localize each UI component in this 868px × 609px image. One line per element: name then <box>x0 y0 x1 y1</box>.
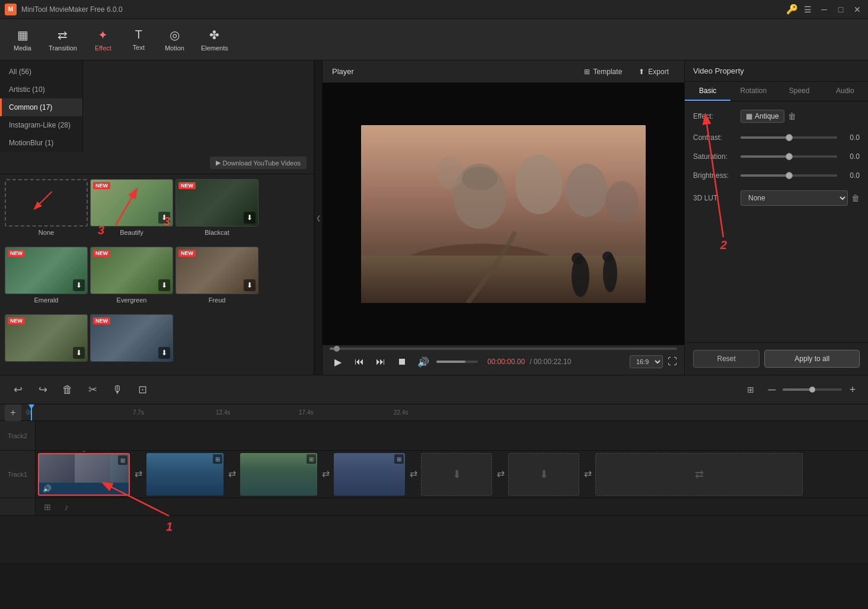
current-time: 00:00:00.00 <box>487 358 525 366</box>
tab-speed[interactable]: Speed <box>777 82 822 101</box>
contrast-thumb[interactable] <box>786 134 793 141</box>
effect-freud[interactable]: NEW ⬇ Freud <box>175 247 259 310</box>
delete-lut-icon[interactable]: 🗑 <box>851 193 860 203</box>
zoom-thumb[interactable] <box>809 387 815 393</box>
toolbar-transition[interactable]: ⇄ Transition <box>40 24 85 55</box>
timeline: + 0s 7.7s 12.4s 17.4s 22.4s Track2 Track… <box>0 404 868 570</box>
tab-rotation[interactable]: Rotation <box>730 82 776 101</box>
add-video-btn[interactable]: ⊞ <box>40 500 55 514</box>
close-btn[interactable]: ✕ <box>851 4 863 15</box>
panel-toggle[interactable]: ❮ <box>314 60 323 375</box>
aspect-ratio-select[interactable]: 16:9 9:16 1:1 4:3 <box>630 355 663 368</box>
minimize-btn[interactable]: ─ <box>818 4 830 15</box>
toolbar-text[interactable]: T Text <box>121 24 157 55</box>
effect-beautify[interactable]: NEW ⬇ Beautify <box>90 179 173 242</box>
progress-thumb[interactable] <box>334 346 340 352</box>
saturation-fill <box>741 155 789 158</box>
volume-bar[interactable] <box>436 361 478 363</box>
clip-3[interactable]: ⊞ <box>240 453 317 496</box>
player-area: Player ⊞ Template ⬆ Export <box>323 60 684 375</box>
cut-btn[interactable]: ✂ <box>82 379 103 400</box>
brightness-slider[interactable] <box>741 174 837 177</box>
toolbar-elements[interactable]: ✤ Elements <box>193 24 237 55</box>
toolbar-effect[interactable]: ✦ Effect <box>85 24 121 55</box>
cat-motionblur[interactable]: MotionBlur (1) <box>0 134 82 152</box>
motion-icon: ◎ <box>170 28 180 42</box>
playhead[interactable] <box>31 404 32 420</box>
svg-point-12 <box>572 253 583 264</box>
transition-1[interactable]: ⇄ <box>132 463 144 484</box>
apply-all-btn[interactable]: Apply to all <box>764 350 860 368</box>
template-btn[interactable]: ⊞ Template <box>578 65 628 78</box>
svg-point-8 <box>566 164 607 217</box>
tab-basic[interactable]: Basic <box>685 82 730 101</box>
tab-audio[interactable]: Audio <box>822 82 868 101</box>
delete-effect-icon[interactable]: 🗑 <box>788 111 796 121</box>
cat-common[interactable]: Common (17) <box>0 98 82 116</box>
progress-bar[interactable] <box>330 347 677 350</box>
prev-frame-btn[interactable]: ⏮ <box>351 353 368 370</box>
clip4-menu-icon[interactable]: ⊞ <box>394 454 404 464</box>
next-frame-btn[interactable]: ⏭ <box>372 353 389 370</box>
effect-none[interactable]: None <box>5 179 88 242</box>
empty-clip-1[interactable]: ⬇ <box>421 453 492 496</box>
template-icon: ⊞ <box>584 68 590 76</box>
clip-menu-icon[interactable]: ⊞ <box>118 455 127 465</box>
effect-evergreen[interactable]: NEW ⬇ Evergreen <box>90 247 173 310</box>
transition-6[interactable]: ⇄ <box>582 463 593 484</box>
toolbar-motion[interactable]: ◎ Motion <box>157 24 193 55</box>
prop-contrast-label: Contrast: <box>693 133 741 142</box>
clip2-menu-icon[interactable]: ⊞ <box>213 454 222 464</box>
lut-select[interactable]: None LUT1 <box>741 190 848 206</box>
reset-btn[interactable]: Reset <box>693 350 760 368</box>
add-music-btn[interactable]: ♪ <box>59 500 74 514</box>
stop-btn[interactable]: ⏹ <box>394 353 410 370</box>
zoom-bar[interactable] <box>783 388 842 391</box>
undo-btn[interactable]: ↩ <box>7 379 28 400</box>
prop-saturation-row: Saturation: 0.0 <box>693 152 860 161</box>
delete-btn[interactable]: 🗑 <box>57 379 78 400</box>
timeline-scrollbar[interactable] <box>0 563 868 570</box>
saturation-thumb[interactable] <box>786 153 793 160</box>
menu-btn[interactable]: ☰ <box>802 4 813 15</box>
new-badge-evergreen: NEW <box>93 250 110 257</box>
voiceover-btn[interactable]: 🎙 <box>107 379 128 400</box>
cat-instagram[interactable]: Instagram-Like (28) <box>0 116 82 134</box>
toolbar-media[interactable]: ▦ Media <box>5 24 40 55</box>
cat-artistic[interactable]: Artistic (10) <box>0 81 82 98</box>
play-btn[interactable]: ▶ <box>330 353 346 370</box>
crop-btn[interactable]: ⊡ <box>132 379 153 400</box>
volume-btn[interactable]: 🔊 <box>415 353 432 370</box>
clip-1-selected[interactable]: 🔊 ⊞ Delete <box>38 453 130 496</box>
export-btn[interactable]: ⬆ Export <box>633 65 675 78</box>
fullscreen-btn[interactable]: ⛶ <box>668 356 677 367</box>
empty-clip-3[interactable]: ⇄ <box>595 453 803 496</box>
cat-all[interactable]: All (56) <box>0 63 82 81</box>
zoom-in-btn[interactable]: + <box>844 381 861 398</box>
download-yt-btn[interactable]: ▶ Download YouTube Videos <box>210 157 307 169</box>
redo-btn[interactable]: ↪ <box>32 379 53 400</box>
maximize-btn[interactable]: □ <box>835 4 847 15</box>
fit-btn[interactable]: ⊞ <box>740 379 761 400</box>
contrast-slider[interactable] <box>741 136 837 139</box>
track2-content[interactable] <box>36 421 868 450</box>
ruler-mark-4: 22.4s <box>394 409 408 416</box>
effect-emerald[interactable]: NEW ⬇ Emerald <box>5 247 88 310</box>
brightness-thumb[interactable] <box>786 172 793 179</box>
transition-5[interactable]: ⇄ <box>494 463 506 484</box>
empty-clip-2[interactable]: ⬇ <box>508 453 579 496</box>
clip-2[interactable]: ⊞ <box>146 453 224 496</box>
transition-2[interactable]: ⇄ <box>226 463 238 484</box>
zoom-out-btn[interactable]: ─ <box>764 381 780 398</box>
dl-icon-more1: ⬇ <box>73 347 85 359</box>
effect-none-thumb <box>5 179 88 227</box>
effect-more2[interactable]: NEW ⬇ <box>90 314 173 368</box>
add-track-btn[interactable]: + <box>5 404 21 421</box>
clip3-menu-icon[interactable]: ⊞ <box>307 454 316 464</box>
saturation-slider[interactable] <box>741 155 837 158</box>
effect-more1[interactable]: NEW ⬇ <box>5 314 88 368</box>
clip-4[interactable]: ⊞ <box>334 453 405 496</box>
transition-3[interactable]: ⇄ <box>320 463 331 484</box>
transition-4[interactable]: ⇄ <box>407 463 419 484</box>
effect-blackcat[interactable]: NEW ⬇ Blackcat 3 <box>175 179 259 242</box>
